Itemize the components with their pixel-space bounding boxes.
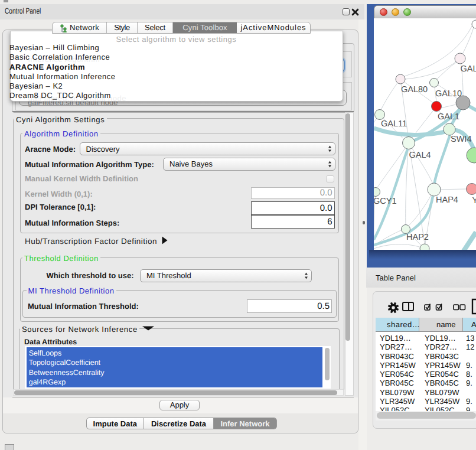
svg-text:GAL80: GAL80 (401, 85, 428, 94)
svg-text:HAP2: HAP2 (406, 233, 429, 242)
svg-text:GAL10: GAL10 (435, 89, 462, 99)
svg-text:GAL1: GAL1 (438, 112, 459, 122)
svg-text:SWI4: SWI4 (451, 135, 471, 144)
svg-text:GCY1: GCY1 (374, 197, 397, 206)
svg-text:HAP4: HAP4 (436, 195, 458, 205)
svg-text:GAL11: GAL11 (381, 119, 407, 129)
svg-text:GAL: GAL (461, 64, 476, 74)
svg-text:GAL4: GAL4 (409, 151, 431, 160)
svg-text:Y: Y (472, 196, 476, 206)
